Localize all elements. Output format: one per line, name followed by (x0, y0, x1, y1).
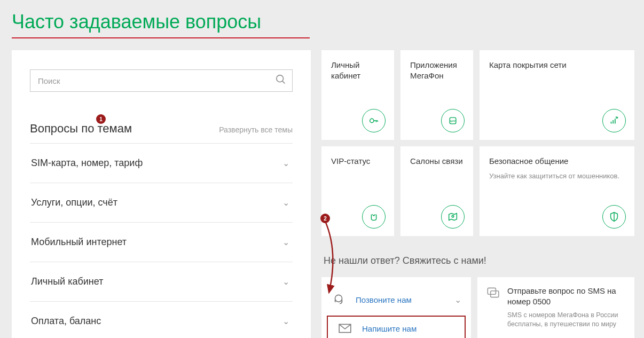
shield-icon (602, 205, 626, 229)
signal-icon (602, 109, 626, 132)
topic-label: Мобильный интернет (31, 237, 127, 248)
topics-heading: Вопросы по темам (30, 122, 132, 136)
card-title: Личный кабинет (331, 60, 386, 81)
card-title: Салоны связи (410, 156, 465, 167)
write-us-item[interactable]: Напишите нам (327, 316, 466, 338)
mail-icon (337, 323, 352, 334)
topic-row[interactable]: Мобильный интернет ⌄ (30, 222, 293, 262)
topic-row[interactable]: Оплата, баланс ⌄ (30, 301, 293, 338)
topic-label: Оплата, баланс (31, 316, 101, 327)
annotation-badge-2: 2 (320, 214, 330, 223)
annotation-badge-1: 1 (96, 114, 106, 124)
call-us-item[interactable]: Позвоните нам ⌄ (321, 286, 471, 313)
contact-heading: Не нашли ответ? Свяжитесь с нами! (324, 255, 634, 266)
chevron-down-icon: ⌄ (282, 277, 289, 287)
search-icon[interactable] (275, 74, 287, 88)
search-input[interactable] (38, 76, 275, 85)
app-icon: APP (441, 109, 465, 132)
chevron-down-icon: ⌄ (454, 295, 461, 305)
chevron-down-icon: ⌄ (282, 237, 289, 247)
map-pin-icon (441, 205, 465, 229)
svg-point-2 (370, 119, 374, 122)
card-security[interactable]: Безопасное общение Узнайте как защититьс… (480, 146, 634, 236)
card-title: VIP-статус (331, 156, 386, 167)
svg-point-11 (452, 215, 454, 217)
expand-all-link[interactable]: Развернуть все темы (219, 125, 293, 134)
card-coverage[interactable]: Карта покрытия сети (480, 50, 634, 140)
topic-row[interactable]: Услуги, опции, счёт ⌄ (30, 183, 293, 222)
card-subtitle: Узнайте как защититься от мошенников. (489, 172, 626, 181)
sms-card[interactable]: Отправьте вопрос по SMS на номер 0500 SM… (477, 277, 634, 338)
search-field[interactable] (30, 69, 293, 92)
svg-point-0 (277, 75, 284, 82)
page-title: Часто задаваемые вопросы (0, 0, 261, 37)
chevron-down-icon: ⌄ (282, 198, 289, 208)
svg-line-1 (282, 81, 285, 84)
contact-label: Напишите нам (362, 324, 417, 333)
crown-icon (362, 205, 386, 229)
key-icon (362, 109, 386, 132)
card-title: Приложения МегаФон (410, 60, 465, 81)
chevron-down-icon: ⌄ (282, 158, 289, 168)
sms-icon (486, 286, 501, 338)
topic-row[interactable]: SIM-карта, номер, тариф ⌄ (30, 143, 293, 183)
svg-text:APP: APP (450, 120, 456, 123)
topic-label: SIM-карта, номер, тариф (31, 158, 143, 169)
contact-options: Позвоните нам ⌄ Напишите нам (321, 277, 471, 338)
chevron-down-icon: ⌄ (282, 316, 289, 326)
card-title: Безопасное общение (489, 156, 626, 167)
contact-label: Позвоните нам (356, 295, 412, 304)
card-title: Карта покрытия сети (489, 60, 626, 70)
svg-point-13 (335, 295, 342, 302)
topic-row[interactable]: Личный кабинет ⌄ (30, 262, 293, 301)
card-vip[interactable]: VIP-статус (321, 146, 394, 236)
sms-subtitle: SMS с номеров МегаФона в России бесплатн… (507, 311, 626, 329)
topic-label: Личный кабинет (31, 276, 103, 287)
headset-icon (331, 293, 346, 306)
faq-panel: Вопросы по темам Развернуть все темы SIM… (12, 50, 311, 338)
sms-title: Отправьте вопрос по SMS на номер 0500 (507, 286, 626, 306)
card-apps[interactable]: Приложения МегаФон APP (400, 50, 473, 140)
topic-label: Услуги, опции, счёт (31, 197, 117, 208)
card-stores[interactable]: Салоны связи (400, 146, 473, 236)
card-account[interactable]: Личный кабинет (321, 50, 394, 140)
